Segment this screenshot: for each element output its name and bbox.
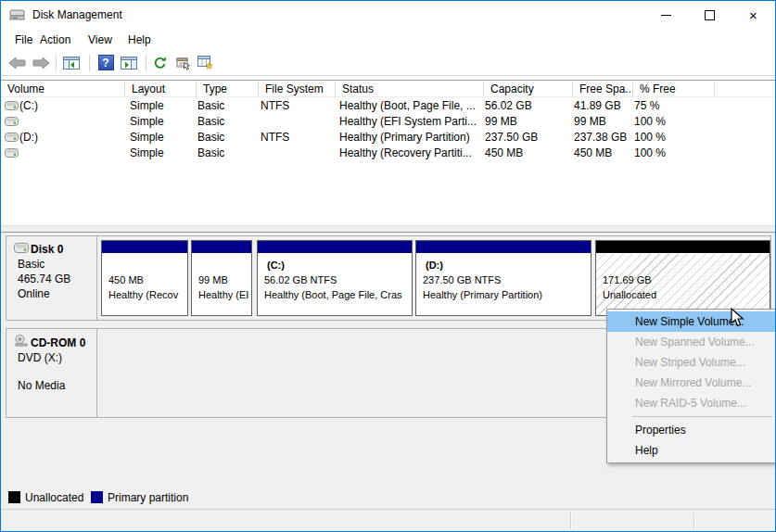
column-header-filesystem[interactable]: File System [259,81,336,97]
column-header-freespace[interactable]: Free Spa... [573,81,633,97]
cell-pctfree: 100 % [634,115,708,128]
help-icon: ? [98,55,114,70]
column-header-capacity[interactable]: Capacity [484,81,573,97]
cell-volume: (D:) [19,131,121,144]
properties-button[interactable] [172,52,195,73]
column-header-layout[interactable]: Layout [125,81,197,97]
partition-size: 450 MB [108,272,187,287]
disk-drive-icon [9,8,26,24]
help-button[interactable]: ? [95,52,117,73]
cell-status: Healthy (Recovery Partiti... [339,146,478,159]
partition-status: Unallocated [603,287,770,302]
context-menu: New Simple Volume... New Spanned Volume.… [606,309,776,463]
cell-filesystem: NTFS [261,99,332,112]
legend: Unallocated Primary partition [1,488,775,509]
title-bar[interactable]: Disk Management × [1,1,775,29]
cell-status: Healthy (Primary Partition) [339,131,478,144]
cdrom0-type: DVD (X:) [18,350,96,365]
disk0-size: 465.74 GB [18,272,96,286]
menu-action[interactable]: Action [36,32,74,48]
disk0-header[interactable]: Disk 0 Basic 465.74 GB Online [6,236,97,320]
table-row-efi[interactable]: Simple Basic Healthy (EFI System Parti..… [1,113,775,129]
column-header-status[interactable]: Status [336,81,484,97]
rescan-disks-icon [197,56,214,70]
legend-label-unallocated: Unallocated [25,491,83,504]
cell-layout: Simple [130,146,193,159]
table-row-c[interactable]: (C:) Simple Basic NTFS Healthy (Boot, Pa… [1,97,775,113]
partition-d[interactable]: (D:) 237.50 GB NTFS Healthy (Primary Par… [415,240,592,316]
unallocated-color-bar [596,241,770,254]
column-header-pctfree[interactable]: % Free [633,81,715,97]
rescan-disks-button[interactable] [195,52,217,73]
column-header-volume[interactable]: Volume [1,81,125,97]
partition-recovery[interactable]: 450 MB Healthy (Recov [101,240,188,316]
cell-volume: (C:) [19,99,121,112]
cdrom0-name: CD-ROM 0 [31,336,85,350]
cell-freespace: 450 MB [574,146,630,159]
cell-freespace: 41.89 GB [574,99,630,112]
menu-item-help[interactable]: Help [607,440,775,461]
cell-status: Healthy (Boot, Page File, ... [339,99,478,112]
minimize-button[interactable] [644,1,688,29]
partition-status: Healthy (Boot, Page File, Cras [264,287,412,302]
menu-item-properties[interactable]: Properties [607,420,775,440]
partition-status: Healthy (Primary Partition) [423,287,591,302]
volume-icon [5,100,19,113]
cell-type: Basic [197,115,255,128]
toolbar-separator [89,55,90,71]
back-button[interactable] [6,52,28,73]
menu-item-new-striped-volume: New Striped Volume... [607,352,775,373]
cdrom0-media-status: No Media [18,378,96,393]
show-console-tree-button[interactable] [60,52,83,73]
partition-unallocated[interactable]: 171.69 GB Unallocated [595,240,770,316]
menu-item-new-simple-volume[interactable]: New Simple Volume... [607,311,775,332]
close-button[interactable]: × [731,1,775,29]
menu-help[interactable]: Help [124,32,155,48]
back-icon [8,57,26,70]
volume-table-header: Volume Layout Type File System Status Ca… [1,80,775,97]
forward-icon [32,57,50,70]
partition-efi[interactable]: 99 MB Healthy (EI [191,240,252,316]
menu-view[interactable]: View [84,32,116,48]
cell-freespace: 237.38 GB [574,131,630,144]
cell-pctfree: 100 % [634,146,708,159]
volume-icon [5,116,19,129]
status-bar [1,509,775,532]
cdrom-icon [14,335,29,350]
cell-layout: Simple [130,115,193,128]
show-action-pane-button[interactable] [118,52,140,73]
maximize-icon [705,10,715,20]
cell-freespace: 99 MB [574,115,630,128]
partition-size: 171.69 GB [603,272,770,287]
table-row-recovery[interactable]: Simple Basic Healthy (Recovery Partiti..… [1,145,775,160]
disk0-type: Basic [18,257,96,272]
disk0-name: Disk 0 [31,242,63,257]
cell-type: Basic [197,131,255,144]
volume-icon [5,132,19,145]
column-header-type[interactable]: Type [197,81,259,97]
pane-splitter[interactable] [1,225,775,233]
column-header-filler [715,81,776,97]
forward-button[interactable] [30,52,52,73]
menu-bar: File Action View Help [1,29,775,50]
partition-color-bar [258,241,412,254]
menu-file[interactable]: File [11,32,36,48]
cdrom0-header[interactable]: CD-ROM 0 DVD (X:) No Media [6,329,97,417]
legend-swatch-unallocated [8,491,20,503]
legend-swatch-primary-partition [91,491,103,503]
show-action-pane-icon [121,57,137,70]
cell-filesystem: NTFS [261,131,332,144]
cell-type: Basic [197,99,255,112]
legend-label-primary-partition: Primary partition [108,491,188,504]
partition-c[interactable]: (C:) 56.02 GB NTFS Healthy (Boot, Page F… [257,240,413,316]
maximize-button[interactable] [688,1,731,29]
partition-color-bar [416,241,591,254]
refresh-button[interactable] [149,52,172,73]
menu-separator [632,416,772,417]
partition-color-bar [102,241,187,254]
toolbar-separator [56,55,57,71]
partition-color-bar [192,241,251,254]
status-bar-separator [570,513,572,528]
disk-management-window: Disk Management × File Action View Help … [0,0,776,532]
table-row-d[interactable]: (D:) Simple Basic NTFS Healthy (Primary … [1,129,775,145]
